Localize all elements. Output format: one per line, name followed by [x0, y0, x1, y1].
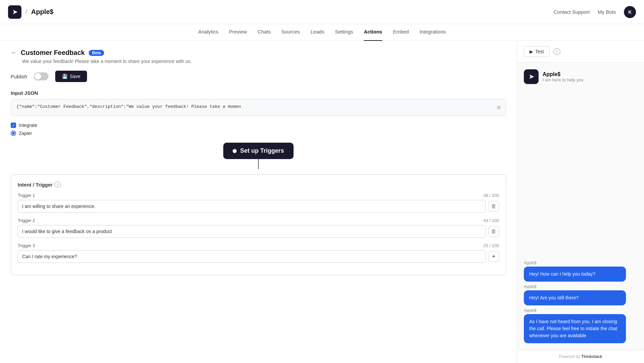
- bot-logo-icon: ➤: [524, 69, 539, 84]
- zapier-row: Zapier: [11, 131, 506, 136]
- zapier-label: Zapier: [19, 131, 32, 136]
- right-panel: ▶ Test i ➤ Apple$ I am here to help you …: [517, 41, 644, 363]
- trash-icon: 🗑: [491, 203, 496, 209]
- trigger-2-header: Trigger 2 44 / 100: [18, 218, 499, 223]
- plus-icon: +: [492, 253, 496, 260]
- trigger-2-count: 44 / 100: [483, 218, 499, 223]
- nav-item-analytics[interactable]: Analytics: [198, 24, 218, 41]
- test-label: Test: [535, 49, 544, 54]
- save-icon: 💾: [62, 74, 68, 79]
- trigger-3-count: 25 / 100: [483, 243, 499, 248]
- play-icon: ▶: [530, 49, 533, 54]
- chat-sender-3: Apple$: [524, 308, 637, 313]
- tooltip-arrow: [258, 159, 259, 169]
- chat-bubble-2: Hey! Are you still there?: [524, 290, 626, 305]
- publish-row: Publish 💾 Save: [11, 71, 506, 82]
- bot-identity: ➤ Apple$ I am here to help you: [524, 69, 637, 84]
- trigger-section-header: Intent / Trigger i: [18, 182, 499, 188]
- save-button[interactable]: 💾 Save: [55, 71, 87, 82]
- header-left: ➤ / Apple$: [8, 5, 54, 19]
- chat-spacer: [524, 92, 637, 258]
- user-avatar[interactable]: K: [624, 6, 636, 18]
- trigger-section-title: Intent / Trigger: [18, 182, 53, 188]
- header: ➤ / Apple$ Contact Support My Bots K: [0, 0, 644, 24]
- chat-message-3: Apple$ As I have not heard from you. I a…: [524, 308, 637, 343]
- main: ← Customer Feedback Beta We value your f…: [0, 41, 644, 363]
- bot-tagline: I am here to help you: [543, 77, 583, 82]
- toggle-knob: [34, 73, 41, 80]
- back-button[interactable]: ←: [11, 49, 17, 56]
- trigger-3-header: Trigger 3 25 / 100: [18, 243, 499, 248]
- bot-name: Apple$: [543, 71, 583, 77]
- trigger-item-1: Trigger 1 36 / 100 🗑: [18, 193, 499, 213]
- chat-bubble-1: Hey! How can I help you today?: [524, 267, 626, 282]
- input-json-label: Input JSON: [11, 90, 506, 96]
- trigger-2-input-row: 🗑: [18, 225, 499, 238]
- nav-item-chats[interactable]: Chats: [258, 24, 271, 41]
- publish-toggle[interactable]: [34, 72, 49, 80]
- trigger-3-input[interactable]: [18, 250, 486, 263]
- nav-item-sources[interactable]: Sources: [281, 24, 300, 41]
- header-slash: /: [25, 8, 27, 15]
- trash-icon-2: 🗑: [491, 228, 496, 234]
- zapier-radio[interactable]: [11, 131, 16, 136]
- app-name: Apple$: [31, 8, 54, 16]
- trigger-1-name: Trigger 1: [18, 193, 35, 198]
- save-label: Save: [70, 74, 80, 79]
- trigger-1-delete-button[interactable]: 🗑: [488, 201, 499, 212]
- integrate-row: ✓ Integrate: [11, 123, 506, 128]
- radio-inner: [12, 132, 15, 135]
- powered-by-prefix: Powered by: [559, 354, 581, 359]
- bot-info: Apple$ I am here to help you: [543, 71, 583, 82]
- checkmark-icon: ✓: [12, 123, 15, 128]
- left-panel: ← Customer Feedback Beta We value your f…: [0, 41, 517, 363]
- nav-item-integrations[interactable]: Integrations: [419, 24, 446, 41]
- powered-by-brand: Thinkstack: [581, 354, 602, 359]
- tooltip-bubble: Set up Triggers: [223, 143, 293, 159]
- contact-support-link[interactable]: Contact Support: [553, 9, 589, 15]
- trigger-2-delete-button[interactable]: 🗑: [488, 226, 499, 237]
- powered-by: Powered by Thinkstack: [517, 350, 644, 363]
- add-trigger-button[interactable]: +: [488, 251, 499, 262]
- trigger-2-input[interactable]: [18, 225, 486, 238]
- tooltip-label: Set up Triggers: [240, 147, 284, 154]
- chat-message-1: Apple$ Hey! How can I help you today?: [524, 261, 637, 282]
- trigger-1-input[interactable]: [18, 200, 486, 213]
- trigger-section: Intent / Trigger i Trigger 1 36 / 100 🗑: [11, 174, 506, 275]
- nav: Analytics Preview Chats Sources Leads Se…: [0, 24, 644, 41]
- nav-item-actions[interactable]: Actions: [364, 24, 382, 41]
- integrate-label: Integrate: [19, 123, 37, 128]
- nav-item-settings[interactable]: Settings: [335, 24, 353, 41]
- trigger-3-input-row: +: [18, 250, 499, 263]
- page-description: We value your feedback! Please take a mo…: [22, 59, 506, 64]
- beta-badge: Beta: [89, 50, 104, 56]
- test-info-icon[interactable]: i: [554, 48, 560, 55]
- chat-message-2: Apple$ Hey! Are you still there?: [524, 284, 637, 305]
- chat-sender-1: Apple$: [524, 261, 637, 265]
- integrate-checkbox[interactable]: ✓: [11, 123, 16, 128]
- logo-icon[interactable]: ➤: [8, 5, 21, 19]
- trigger-1-count: 36 / 100: [483, 193, 499, 198]
- expand-icon[interactable]: ⊡: [497, 104, 500, 111]
- right-panel-header: ▶ Test i: [517, 41, 644, 63]
- header-right: Contact Support My Bots K: [553, 6, 636, 18]
- chat-sender-2: Apple$: [524, 284, 637, 289]
- nav-item-embed[interactable]: Embed: [393, 24, 409, 41]
- tooltip-dot-icon: [233, 149, 237, 153]
- chat-panel: ➤ Apple$ I am here to help you Apple$ He…: [517, 63, 644, 350]
- test-button[interactable]: ▶ Test: [524, 46, 550, 57]
- trigger-1-input-row: 🗑: [18, 200, 499, 213]
- page-title: Customer Feedback: [21, 49, 85, 57]
- nav-item-preview[interactable]: Preview: [229, 24, 247, 41]
- nav-item-leads[interactable]: Leads: [311, 24, 324, 41]
- page-header: ← Customer Feedback Beta: [11, 49, 506, 57]
- json-value: {"name":"Customer Feedback","description…: [16, 104, 241, 109]
- trigger-2-name: Trigger 2: [18, 218, 35, 223]
- trigger-info-icon[interactable]: i: [55, 182, 61, 188]
- my-bots-link[interactable]: My Bots: [598, 9, 616, 15]
- chat-bubble-3: As I have not heard from you. I am closi…: [524, 314, 626, 343]
- json-box[interactable]: {"name":"Customer Feedback","description…: [11, 99, 506, 116]
- tooltip-container: Set up Triggers: [11, 143, 506, 169]
- trigger-item-2: Trigger 2 44 / 100 🗑: [18, 218, 499, 238]
- trigger-3-name: Trigger 3: [18, 243, 35, 248]
